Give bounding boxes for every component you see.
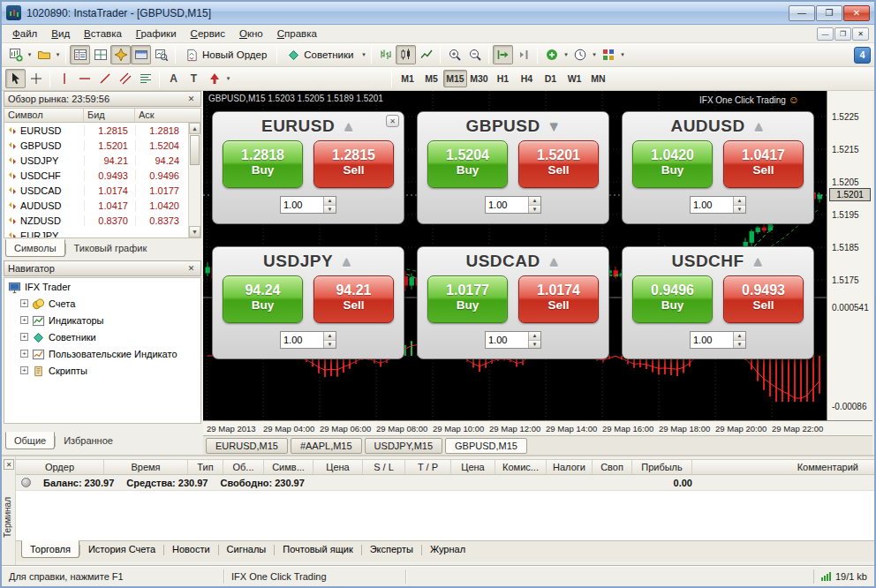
spin-up-icon[interactable]: ▲ <box>734 332 745 341</box>
menu-insert[interactable]: Вставка <box>77 26 129 41</box>
child-close-button[interactable]: ✕ <box>852 27 869 41</box>
panel-close-icon[interactable]: ✕ <box>386 115 399 127</box>
sell-button[interactable]: 1.2815Sell <box>313 140 394 188</box>
spin-up-icon[interactable]: ▲ <box>324 332 336 341</box>
tab-favorites[interactable]: Избранное <box>56 433 121 449</box>
text-label-tool[interactable]: T <box>184 69 204 88</box>
lot-size-stepper[interactable]: ▲▼ <box>485 331 541 349</box>
chart-tab-eurusd[interactable]: EURUSD,M15 <box>206 438 288 454</box>
child-minimize-button[interactable]: — <box>817 27 834 41</box>
vertical-line-tool[interactable] <box>54 69 74 88</box>
buy-button[interactable]: 1.5204Buy <box>427 140 508 188</box>
col-ask[interactable]: Аск <box>135 109 185 122</box>
chart-shift-button[interactable] <box>513 45 533 64</box>
menu-view[interactable]: Вид <box>44 26 77 41</box>
terminal-toggle[interactable] <box>131 45 151 64</box>
market-row[interactable]: USDCAD1.01741.0177 <box>4 183 200 198</box>
market-watch-column-headers[interactable]: Символ Бид Аск <box>4 108 201 123</box>
navigator-toggle[interactable] <box>110 45 131 64</box>
tab-journal[interactable]: Журнал <box>422 541 473 557</box>
tab-trade[interactable]: Торговля <box>21 540 79 558</box>
timeframe-h1[interactable]: H1 <box>491 70 515 87</box>
time-axis[interactable]: 29 Мар 2013 29 Мар 04:00 29 Мар 06:00 29… <box>203 420 872 435</box>
col-bid[interactable]: Бид <box>84 109 135 122</box>
maximize-button[interactable]: ❐ <box>816 5 842 21</box>
timeframe-mn[interactable]: MN <box>586 70 610 87</box>
periods-button[interactable] <box>570 45 590 64</box>
navigator-close-icon[interactable]: ✕ <box>185 263 197 275</box>
trendline-tool[interactable] <box>94 69 115 88</box>
spin-up-icon[interactable]: ▲ <box>324 197 336 206</box>
timeframe-m15[interactable]: M15 <box>443 70 467 87</box>
tree-item-scripts[interactable]: + Скрипты <box>4 362 200 379</box>
buy-button[interactable]: 94.24Buy <box>223 275 303 323</box>
col-symbol[interactable]: Символ <box>4 109 84 122</box>
menu-charts[interactable]: Графики <box>129 26 184 41</box>
market-row[interactable]: EURUSD1.28151.2818 <box>4 123 200 138</box>
arrows-dropdown[interactable]: ▾ <box>224 75 232 82</box>
menu-help[interactable]: Справка <box>270 26 324 41</box>
sell-button[interactable]: 1.5201Sell <box>518 140 599 188</box>
tab-symbols[interactable]: Символы <box>5 239 65 257</box>
timeframe-m1[interactable]: M1 <box>396 70 419 87</box>
sell-button[interactable]: 1.0417Sell <box>723 140 804 188</box>
expert-advisors-dropdown[interactable]: ▾ <box>359 51 367 58</box>
tab-experts[interactable]: Эксперты <box>362 541 421 557</box>
community-notifications-button[interactable]: 4 <box>854 47 871 64</box>
market-watch-toggle[interactable] <box>70 45 90 64</box>
buy-button[interactable]: 1.0420Buy <box>632 140 713 188</box>
tab-tick-chart[interactable]: Тиковый график <box>66 240 155 256</box>
terminal-column-headers[interactable]: Ордер Время Тип Об... Симв... Цена S / L… <box>16 459 874 475</box>
market-row[interactable]: NZDUSD0.83700.8373 <box>4 213 200 228</box>
orders-list-area[interactable] <box>16 491 874 540</box>
balance-row[interactable]: Баланс: 230.97 Средства: 230.97 Свободно… <box>16 475 874 491</box>
timeframe-m5[interactable]: M5 <box>419 70 443 87</box>
market-row[interactable]: AUDUSD1.04171.0420 <box>4 198 200 213</box>
expand-icon[interactable]: + <box>20 366 28 374</box>
lot-input[interactable] <box>691 197 733 213</box>
expert-advisors-button[interactable]: Советники <box>281 47 359 64</box>
tab-mailbox[interactable]: Почтовый ящик <box>275 541 360 557</box>
close-button[interactable]: ✕ <box>843 5 870 21</box>
status-one-click-label[interactable]: IFX One Click Trading <box>224 569 406 584</box>
expand-icon[interactable]: + <box>20 350 28 358</box>
cursor-tool[interactable] <box>5 69 26 88</box>
horizontal-line-tool[interactable] <box>74 69 94 88</box>
lot-size-stepper[interactable]: ▲▼ <box>690 331 746 349</box>
zoom-out-button[interactable] <box>464 45 485 64</box>
spin-down-icon[interactable]: ▼ <box>734 341 745 349</box>
templates-dropdown[interactable]: ▾ <box>618 51 626 58</box>
tab-common[interactable]: Общие <box>5 432 55 449</box>
data-window-toggle[interactable] <box>90 45 110 64</box>
profiles-dropdown[interactable]: ▾ <box>54 51 62 58</box>
expand-icon[interactable]: + <box>20 299 28 307</box>
bar-chart-mode-button[interactable] <box>375 45 396 64</box>
lot-input[interactable] <box>281 332 323 348</box>
menu-file[interactable]: Файл <box>5 26 44 41</box>
lot-input[interactable] <box>486 332 528 348</box>
lot-input[interactable] <box>281 197 323 213</box>
market-row[interactable]: GBPUSD1.52011.5204 <box>4 138 200 153</box>
tree-item-custom-indicators[interactable]: + Пользовательские Индикато <box>4 345 200 362</box>
lot-size-stepper[interactable]: ▲▼ <box>280 331 336 349</box>
lot-input[interactable] <box>691 332 733 348</box>
crosshair-tool[interactable] <box>26 69 46 88</box>
child-restore-button[interactable]: ❐ <box>834 27 851 41</box>
terminal-close-icon[interactable]: ✕ <box>4 459 14 470</box>
market-watch-close-icon[interactable]: ✕ <box>185 94 197 105</box>
minimize-button[interactable]: — <box>789 5 815 21</box>
expand-icon[interactable]: + <box>20 333 28 341</box>
arrows-tool[interactable] <box>204 69 224 88</box>
timeframe-d1[interactable]: D1 <box>539 70 563 87</box>
new-chart-button[interactable] <box>5 45 26 64</box>
zoom-in-button[interactable] <box>444 45 464 64</box>
title-bar[interactable]: 1020890: InstaTrader - [GBPUSD,M15] — ❐ … <box>2 2 874 25</box>
buy-button[interactable]: 1.0177Buy <box>427 275 508 323</box>
spin-up-icon[interactable]: ▲ <box>529 197 540 206</box>
chart-tab-usdjpy[interactable]: USDJPY,M15 <box>365 438 442 454</box>
chart-tab-aapl[interactable]: #AAPL,M15 <box>291 438 362 454</box>
indicators-dropdown[interactable]: ▾ <box>562 51 570 58</box>
sell-button[interactable]: 0.9493Sell <box>723 275 804 323</box>
auto-scroll-button[interactable] <box>493 45 513 64</box>
scroll-thumb[interactable] <box>190 135 200 165</box>
